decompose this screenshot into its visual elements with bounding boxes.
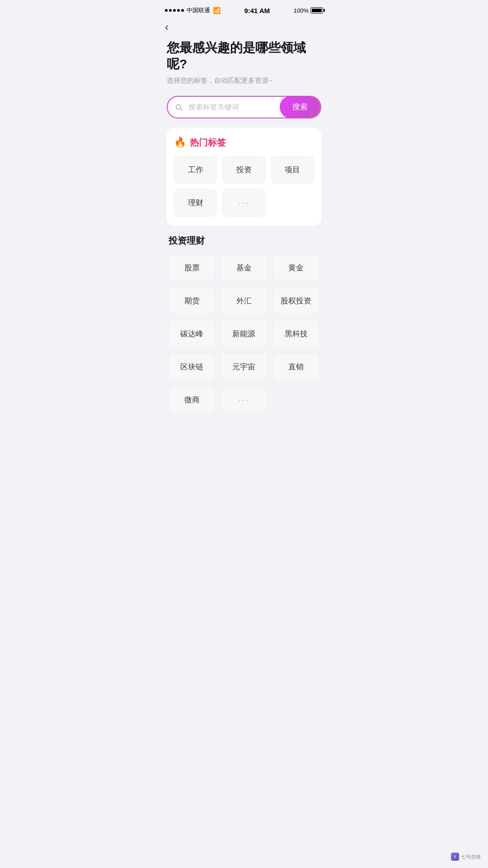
tag-item[interactable]: 投资	[222, 156, 265, 184]
tag-item[interactable]: 黑科技	[273, 320, 319, 348]
tag-item[interactable]: 基金	[221, 254, 267, 282]
tag-item[interactable]: 理财	[174, 189, 217, 217]
battery-label: 100%	[294, 7, 309, 14]
svg-line-1	[180, 108, 182, 110]
tag-item[interactable]: 新能源	[221, 320, 267, 348]
tag-item[interactable]: 外汇	[221, 287, 267, 315]
search-input[interactable]	[188, 103, 280, 111]
page-title: 您最感兴趣的是哪些领域呢?	[167, 40, 321, 73]
hot-tags-section: 🔥 热门标签 工作投资项目理财···	[167, 127, 321, 226]
status-right: 100%	[294, 7, 323, 14]
tag-item[interactable]: 股权投资	[273, 287, 319, 315]
hot-section-header: 🔥 热门标签	[174, 137, 314, 149]
tag-item[interactable]: 碳达峰	[169, 320, 215, 348]
back-button[interactable]: ‹	[165, 22, 169, 33]
tag-item[interactable]: 区块链	[169, 353, 215, 381]
invest-tag-grid: 股票基金黄金期货外汇股权投资碳达峰新能源黑科技区块链元宇宙直销微商···	[169, 254, 319, 414]
tag-item[interactable]: ···	[222, 189, 265, 217]
tag-item[interactable]: 股票	[169, 254, 215, 282]
tag-item[interactable]: 直销	[273, 353, 319, 381]
nav-bar: ‹	[156, 17, 332, 35]
signal-dots	[165, 9, 184, 12]
status-left: 中国联通 📶	[165, 6, 221, 14]
search-bar: 搜索	[167, 96, 321, 118]
carrier-label: 中国联通	[187, 6, 210, 14]
status-bar: 中国联通 📶 9:41 AM 100%	[156, 0, 332, 17]
search-button[interactable]: 搜索	[280, 96, 320, 118]
tag-item[interactable]: 黄金	[273, 254, 319, 282]
page-content: 您最感兴趣的是哪些领域呢? 选择您的标签，自动匹配更多资源~ 搜索 🔥 热门标签…	[156, 35, 332, 441]
fire-icon: 🔥	[174, 137, 186, 148]
invest-section: 投资理财 股票基金黄金期货外汇股权投资碳达峰新能源黑科技区块链元宇宙直销微商··…	[167, 235, 321, 414]
hot-section-title: 热门标签	[190, 137, 226, 149]
clock: 9:41 AM	[244, 7, 270, 14]
tag-item[interactable]: 微商	[169, 386, 215, 414]
tag-item[interactable]: 项目	[271, 156, 314, 184]
tag-item[interactable]: 工作	[174, 156, 217, 184]
tag-item[interactable]: ···	[221, 386, 267, 414]
battery-icon	[310, 7, 323, 14]
tag-item[interactable]: 元宇宙	[221, 353, 267, 381]
hot-tag-grid: 工作投资项目理财···	[174, 156, 314, 217]
invest-section-title: 投资理财	[169, 235, 319, 247]
page-subtitle: 选择您的标签，自动匹配更多资源~	[167, 76, 321, 85]
search-icon	[168, 103, 188, 111]
wifi-icon: 📶	[213, 7, 221, 14]
tag-item[interactable]: 期货	[169, 287, 215, 315]
